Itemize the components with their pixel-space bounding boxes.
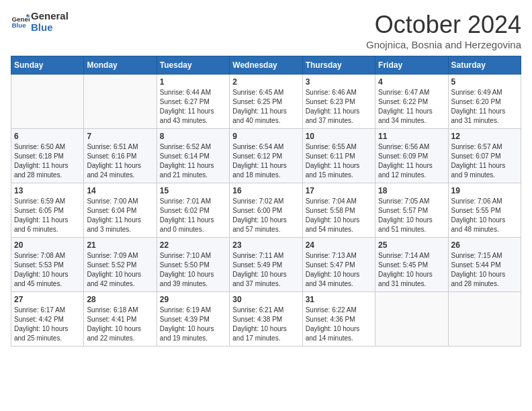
day-number: 31 [306,295,372,304]
day-info: Sunrise: 7:05 AMSunset: 5:57 PMDaylight:… [378,197,445,234]
day-number: 7 [87,132,153,141]
day-info: Sunrise: 6:21 AMSunset: 4:38 PMDaylight:… [232,306,299,343]
day-info: Sunrise: 7:00 AMSunset: 6:04 PMDaylight:… [87,197,153,234]
day-number: 6 [14,132,81,141]
day-info: Sunrise: 6:17 AMSunset: 4:42 PMDaylight:… [14,306,81,343]
day-number: 13 [14,186,81,195]
logo-text-general: General [31,11,69,22]
day-number: 5 [451,77,518,87]
calendar-cell: 25Sunrise: 7:14 AMSunset: 5:45 PMDayligh… [375,238,448,292]
calendar-cell: 8Sunrise: 6:52 AMSunset: 6:14 PMDaylight… [157,129,229,183]
day-number: 19 [451,186,518,195]
calendar-table: SundayMondayTuesdayWednesdayThursdayFrid… [11,56,521,347]
weekday-header-row: SundayMondayTuesdayWednesdayThursdayFrid… [11,56,521,75]
day-info: Sunrise: 6:44 AMSunset: 6:27 PMDaylight:… [160,88,226,126]
day-info: Sunrise: 6:57 AMSunset: 6:07 PMDaylight:… [451,142,518,180]
day-number: 8 [160,132,226,141]
calendar-cell [448,292,521,347]
day-number: 1 [160,77,226,87]
calendar-cell: 22Sunrise: 7:10 AMSunset: 5:50 PMDayligh… [157,238,229,292]
day-number: 9 [232,132,299,141]
calendar-week-3: 13Sunrise: 6:59 AMSunset: 6:05 PMDayligh… [11,183,521,238]
day-number: 22 [160,240,226,250]
day-number: 26 [451,240,518,250]
day-info: Sunrise: 6:46 AMSunset: 6:23 PMDaylight:… [306,88,372,126]
calendar-week-1: 1Sunrise: 6:44 AMSunset: 6:27 PMDaylight… [11,75,521,129]
weekday-header-wednesday: Wednesday [230,56,302,75]
day-info: Sunrise: 7:06 AMSunset: 5:55 PMDaylight:… [451,197,518,234]
day-info: Sunrise: 6:45 AMSunset: 6:25 PMDaylight:… [232,88,299,126]
calendar-cell: 31Sunrise: 6:22 AMSunset: 4:36 PMDayligh… [302,292,375,347]
day-info: Sunrise: 6:55 AMSunset: 6:11 PMDaylight:… [306,142,372,180]
calendar-week-4: 20Sunrise: 7:08 AMSunset: 5:53 PMDayligh… [11,238,521,292]
day-number: 30 [232,295,299,304]
weekday-header-tuesday: Tuesday [157,56,229,75]
day-info: Sunrise: 6:51 AMSunset: 6:16 PMDaylight:… [87,142,153,180]
calendar-cell: 1Sunrise: 6:44 AMSunset: 6:27 PMDaylight… [157,75,229,129]
weekday-header-saturday: Saturday [448,56,521,75]
day-number: 15 [160,186,226,195]
calendar-week-5: 27Sunrise: 6:17 AMSunset: 4:42 PMDayligh… [11,292,521,347]
day-number: 18 [378,186,445,195]
day-info: Sunrise: 7:09 AMSunset: 5:52 PMDaylight:… [87,251,153,289]
calendar-cell: 5Sunrise: 6:49 AMSunset: 6:20 PMDaylight… [448,75,521,129]
calendar-cell: 17Sunrise: 7:04 AMSunset: 5:58 PMDayligh… [302,183,375,238]
day-number: 25 [378,240,445,250]
day-number: 2 [232,77,299,87]
month-title: October 2024 [366,11,521,39]
calendar-cell: 28Sunrise: 6:18 AMSunset: 4:41 PMDayligh… [84,292,157,347]
day-info: Sunrise: 6:59 AMSunset: 6:05 PMDaylight:… [14,197,81,234]
day-info: Sunrise: 7:11 AMSunset: 5:49 PMDaylight:… [232,251,299,289]
calendar-cell: 23Sunrise: 7:11 AMSunset: 5:49 PMDayligh… [230,238,302,292]
day-info: Sunrise: 6:18 AMSunset: 4:41 PMDaylight:… [87,306,153,343]
weekday-header-monday: Monday [84,56,157,75]
calendar-cell [11,75,84,129]
calendar-cell [84,75,157,129]
calendar-cell: 21Sunrise: 7:09 AMSunset: 5:52 PMDayligh… [84,238,157,292]
day-info: Sunrise: 7:13 AMSunset: 5:47 PMDaylight:… [306,251,372,289]
calendar-week-2: 6Sunrise: 6:50 AMSunset: 6:18 PMDaylight… [11,129,521,183]
day-info: Sunrise: 7:04 AMSunset: 5:58 PMDaylight:… [306,197,372,234]
weekday-header-sunday: Sunday [11,56,84,75]
day-info: Sunrise: 7:10 AMSunset: 5:50 PMDaylight:… [160,251,226,289]
calendar-cell: 4Sunrise: 6:47 AMSunset: 6:22 PMDaylight… [375,75,448,129]
calendar-cell: 3Sunrise: 6:46 AMSunset: 6:23 PMDaylight… [302,75,375,129]
logo: General Blue General Blue [11,11,69,33]
day-number: 11 [378,132,445,141]
calendar-cell: 6Sunrise: 6:50 AMSunset: 6:18 PMDaylight… [11,129,84,183]
day-number: 27 [14,295,81,304]
calendar-cell: 9Sunrise: 6:54 AMSunset: 6:12 PMDaylight… [230,129,302,183]
calendar-cell: 10Sunrise: 6:55 AMSunset: 6:11 PMDayligh… [302,129,375,183]
calendar-cell: 24Sunrise: 7:13 AMSunset: 5:47 PMDayligh… [302,238,375,292]
page-header: General Blue General Blue October 2024 G… [11,11,521,50]
calendar-cell: 13Sunrise: 6:59 AMSunset: 6:05 PMDayligh… [11,183,84,238]
day-number: 21 [87,240,153,250]
day-info: Sunrise: 6:56 AMSunset: 6:09 PMDaylight:… [378,142,445,180]
logo-text-blue: Blue [31,22,69,34]
day-number: 20 [14,240,81,250]
calendar-cell: 19Sunrise: 7:06 AMSunset: 5:55 PMDayligh… [448,183,521,238]
day-info: Sunrise: 6:19 AMSunset: 4:39 PMDaylight:… [160,306,226,343]
calendar-cell: 7Sunrise: 6:51 AMSunset: 6:16 PMDaylight… [84,129,157,183]
location-subtitle: Gnojnica, Bosnia and Herzegovina [366,39,521,50]
calendar-cell: 2Sunrise: 6:45 AMSunset: 6:25 PMDaylight… [230,75,302,129]
day-info: Sunrise: 6:52 AMSunset: 6:14 PMDaylight:… [160,142,226,180]
day-info: Sunrise: 7:01 AMSunset: 6:02 PMDaylight:… [160,197,226,234]
weekday-header-friday: Friday [375,56,448,75]
calendar-cell: 26Sunrise: 7:15 AMSunset: 5:44 PMDayligh… [448,238,521,292]
day-info: Sunrise: 6:47 AMSunset: 6:22 PMDaylight:… [378,88,445,126]
calendar-cell: 20Sunrise: 7:08 AMSunset: 5:53 PMDayligh… [11,238,84,292]
day-info: Sunrise: 6:22 AMSunset: 4:36 PMDaylight:… [306,306,372,343]
day-number: 12 [451,132,518,141]
day-info: Sunrise: 6:50 AMSunset: 6:18 PMDaylight:… [14,142,81,180]
day-info: Sunrise: 7:14 AMSunset: 5:45 PMDaylight:… [378,251,445,289]
calendar-cell: 14Sunrise: 7:00 AMSunset: 6:04 PMDayligh… [84,183,157,238]
calendar-cell: 27Sunrise: 6:17 AMSunset: 4:42 PMDayligh… [11,292,84,347]
day-info: Sunrise: 7:02 AMSunset: 6:00 PMDaylight:… [232,197,299,234]
logo-icon: General Blue [11,13,30,32]
day-number: 14 [87,186,153,195]
calendar-cell: 30Sunrise: 6:21 AMSunset: 4:38 PMDayligh… [230,292,302,347]
day-info: Sunrise: 7:15 AMSunset: 5:44 PMDaylight:… [451,251,518,289]
day-number: 23 [232,240,299,250]
weekday-header-thursday: Thursday [302,56,375,75]
